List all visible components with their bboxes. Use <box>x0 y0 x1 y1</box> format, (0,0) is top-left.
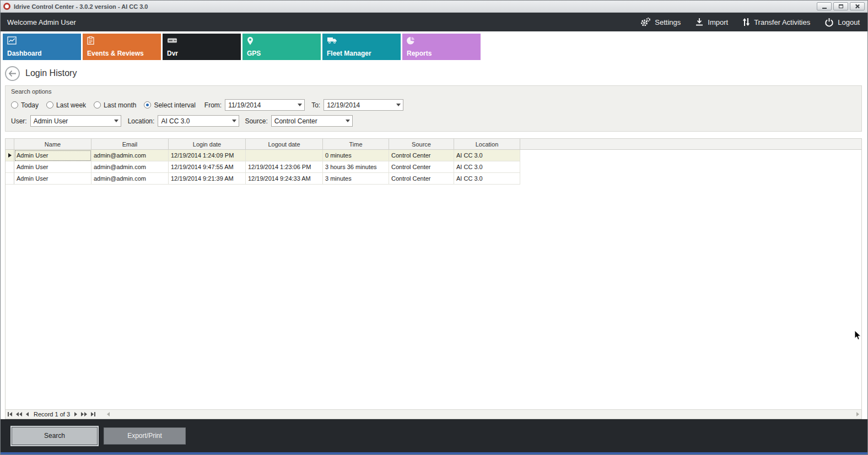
transfer-activities-button[interactable]: Transfer Activities <box>742 18 810 26</box>
cell-location[interactable]: AI CC 3.0 <box>454 173 520 185</box>
tile-dashboard[interactable]: Dashboard <box>3 34 81 60</box>
horizontal-scrollbar[interactable] <box>107 412 859 416</box>
location-dropdown[interactable]: AI CC 3.0 <box>158 115 239 127</box>
radio-last-month[interactable]: Last month <box>94 101 136 109</box>
cell-location[interactable]: AI CC 3.0 <box>454 161 520 173</box>
cell-logout-date[interactable]: 12/19/2014 9:24:33 AM <box>246 173 323 185</box>
column-header-logout-date[interactable]: Logout date <box>246 139 323 149</box>
radio-last-week-circle[interactable] <box>46 101 53 109</box>
to-date-value: 12/19/2014 <box>327 101 360 109</box>
chevron-down-icon <box>343 116 352 126</box>
cell-logout-date[interactable] <box>246 150 323 161</box>
column-header-name[interactable]: Name <box>14 139 91 149</box>
cell-email[interactable]: admin@admin.com <box>91 173 169 185</box>
column-header-email[interactable]: Email <box>91 139 169 149</box>
gears-icon <box>640 17 651 27</box>
row-indicator-cell <box>6 161 14 173</box>
logout-label: Logout <box>838 18 860 26</box>
tile-reports[interactable]: Reports <box>402 34 481 60</box>
cell-name[interactable]: Admin User <box>14 173 91 185</box>
cell-login-date[interactable]: 12/19/2014 9:21:39 AM <box>169 173 246 185</box>
cell-logout-date[interactable]: 12/19/2014 1:23:06 PM <box>246 161 323 173</box>
table-row[interactable]: Admin User admin@admin.com 12/19/2014 9:… <box>6 173 861 185</box>
grid-header-row: Name Email Login date Logout date Time S… <box>6 139 861 150</box>
cell-source[interactable]: Control Center <box>389 173 454 185</box>
column-header-time[interactable]: Time <box>323 139 389 149</box>
from-label: From: <box>204 101 222 109</box>
source-label: Source: <box>245 117 267 125</box>
row-filler <box>520 161 861 173</box>
radio-today-circle[interactable] <box>11 101 18 109</box>
footer-bar: Search Export/Print <box>1 419 867 452</box>
cell-time[interactable]: 3 hours 36 minutes <box>323 161 389 173</box>
chevron-down-icon <box>112 116 121 126</box>
tile-reports-label: Reports <box>407 50 432 57</box>
radio-today[interactable]: Today <box>11 101 39 109</box>
cell-email[interactable]: admin@admin.com <box>91 161 169 173</box>
top-bar-actions: Settings Import Transfer Activities Logo… <box>640 17 860 27</box>
prev-page-button[interactable] <box>16 412 22 416</box>
column-header-source[interactable]: Source <box>389 139 454 149</box>
column-header-login-date[interactable]: Login date <box>169 139 246 149</box>
tile-gps[interactable]: GPS <box>242 34 321 60</box>
radio-select-interval[interactable]: Select interval <box>144 101 195 109</box>
to-date-dropdown[interactable]: 12/19/2014 <box>324 99 403 111</box>
logout-button[interactable]: Logout <box>824 18 860 27</box>
cell-login-date[interactable]: 12/19/2014 1:24:09 PM <box>169 150 246 161</box>
truck-icon <box>327 36 337 46</box>
cell-time[interactable]: 3 minutes <box>323 173 389 185</box>
scroll-left-icon[interactable] <box>107 412 110 416</box>
from-date-dropdown[interactable]: 11/19/2014 <box>225 99 305 111</box>
import-button[interactable]: Import <box>695 18 728 26</box>
back-button[interactable] <box>5 66 20 81</box>
cell-source[interactable]: Control Center <box>389 150 454 161</box>
table-row[interactable]: Admin User admin@admin.com 12/19/2014 9:… <box>6 161 861 173</box>
radio-last-week[interactable]: Last week <box>46 101 86 109</box>
scroll-right-icon[interactable] <box>856 412 859 416</box>
prev-record-button[interactable] <box>26 412 29 416</box>
table-row[interactable]: Admin User admin@admin.com 12/19/2014 1:… <box>6 150 861 161</box>
window-controls <box>817 2 865 10</box>
next-page-button[interactable] <box>81 412 87 416</box>
source-dropdown[interactable]: Control Center <box>271 115 353 127</box>
export-print-button[interactable]: Export/Print <box>104 427 186 445</box>
tile-dvr-label: Dvr <box>167 50 178 57</box>
maximize-icon <box>839 4 843 8</box>
close-button[interactable] <box>850 2 865 10</box>
cell-source[interactable]: Control Center <box>389 161 454 173</box>
cell-time[interactable]: 0 minutes <box>323 150 389 161</box>
cell-name[interactable]: Admin User <box>14 150 91 161</box>
radio-last-month-circle[interactable] <box>94 101 101 109</box>
settings-button[interactable]: Settings <box>640 17 681 27</box>
pie-chart-icon <box>407 36 415 47</box>
radio-select-interval-circle[interactable] <box>144 101 151 109</box>
next-record-button[interactable] <box>74 412 77 416</box>
cell-location[interactable]: AI CC 3.0 <box>454 150 520 161</box>
bottom-accent-strip <box>1 452 867 454</box>
tile-fleet-manager[interactable]: Fleet Manager <box>322 34 401 60</box>
source-value: Control Center <box>274 117 317 125</box>
current-row-arrow-icon <box>8 153 12 158</box>
radio-last-week-label: Last week <box>56 101 86 109</box>
tile-events-reviews[interactable]: Events & Reviews <box>83 34 161 60</box>
title-bar: Idrive Control Center - 3.0.2 version - … <box>1 1 867 13</box>
page-title-row: Login History <box>1 62 867 84</box>
maximize-button[interactable] <box>833 2 848 10</box>
column-header-location[interactable]: Location <box>454 139 520 149</box>
tile-dashboard-label: Dashboard <box>7 50 42 57</box>
import-icon <box>695 18 704 26</box>
minimize-button[interactable] <box>817 2 832 10</box>
cell-login-date[interactable]: 12/19/2014 9:47:55 AM <box>169 161 246 173</box>
first-record-button[interactable] <box>8 412 12 416</box>
location-value: AI CC 3.0 <box>161 117 190 125</box>
tile-dvr[interactable]: Dvr <box>163 34 241 60</box>
clipboard-icon <box>87 36 94 47</box>
welcome-text: Welcome Admin User <box>7 18 76 26</box>
last-record-button[interactable] <box>91 412 95 416</box>
cell-email[interactable]: admin@admin.com <box>91 150 169 161</box>
search-button[interactable]: Search <box>12 427 98 445</box>
user-dropdown[interactable]: Admin User <box>30 115 121 127</box>
cell-name[interactable]: Admin User <box>14 161 91 173</box>
minimize-icon <box>822 8 827 9</box>
power-icon <box>824 18 834 27</box>
